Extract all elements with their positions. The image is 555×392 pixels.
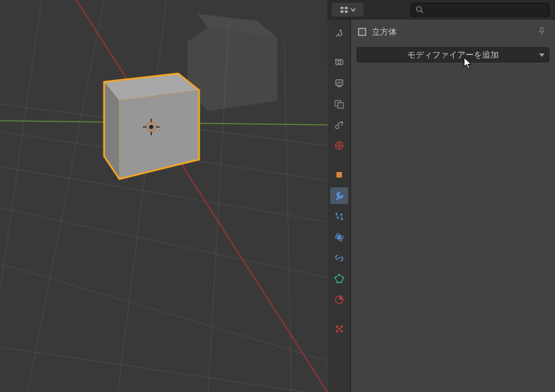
svg-marker-12 (187, 28, 278, 111)
tab-view-layer[interactable] (330, 96, 348, 112)
tab-render[interactable] (330, 54, 348, 71)
chevron-down-icon (350, 7, 356, 12)
svg-rect-30 (345, 10, 348, 12)
svg-rect-28 (345, 6, 348, 9)
tab-modifiers[interactable] (330, 187, 348, 204)
svg-rect-43 (336, 172, 342, 178)
svg-rect-58 (336, 325, 338, 327)
svg-marker-15 (119, 90, 199, 179)
svg-point-41 (341, 121, 343, 123)
svg-point-31 (417, 6, 422, 11)
svg-line-4 (0, 264, 327, 361)
svg-line-8 (118, 0, 166, 392)
properties-panel: 立方体 モディファイアーを追加 (327, 0, 555, 392)
viewport-scene (0, 0, 327, 392)
svg-point-53 (342, 277, 344, 279)
tab-object[interactable] (330, 167, 348, 183)
panel-header (327, 0, 555, 19)
svg-rect-39 (338, 103, 343, 108)
svg-rect-27 (341, 6, 343, 9)
svg-rect-59 (340, 325, 342, 327)
svg-rect-64 (359, 28, 366, 35)
cube-shadow (187, 14, 278, 111)
svg-point-22 (149, 125, 153, 129)
tab-world[interactable] (330, 137, 348, 154)
svg-point-35 (337, 60, 340, 63)
breadcrumb-object-name: 立方体 (372, 26, 397, 38)
svg-line-32 (421, 10, 423, 12)
svg-line-6 (0, 0, 42, 291)
svg-line-7 (28, 0, 104, 392)
svg-line-3 (0, 208, 327, 278)
breadcrumb: 立方体 (357, 24, 549, 40)
pin-icon (537, 26, 547, 36)
svg-rect-60 (338, 327, 340, 330)
mouse-cursor (463, 57, 473, 69)
svg-rect-29 (341, 10, 343, 12)
svg-point-52 (338, 274, 340, 276)
svg-line-2 (0, 167, 327, 222)
properties-content: 立方体 モディファイアーを追加 (351, 19, 555, 392)
tab-mesh[interactable] (330, 271, 348, 287)
mesh-icon (357, 26, 368, 37)
tab-constraints[interactable] (330, 250, 348, 266)
svg-point-55 (336, 282, 338, 284)
svg-rect-37 (337, 86, 341, 87)
svg-rect-34 (335, 59, 337, 60)
tab-tool[interactable] (330, 25, 348, 42)
properties-icon (339, 5, 349, 15)
search-input[interactable] (411, 3, 549, 17)
svg-point-56 (334, 277, 336, 279)
svg-rect-61 (336, 330, 338, 332)
tab-physics[interactable] (330, 229, 348, 246)
tab-texture[interactable] (330, 321, 348, 337)
tab-scene[interactable] (330, 117, 348, 133)
editor-type-selector[interactable] (332, 3, 364, 17)
viewport-3d[interactable] (0, 0, 327, 392)
tab-output[interactable] (330, 75, 348, 92)
pin-button[interactable] (536, 25, 548, 37)
svg-point-42 (335, 142, 343, 150)
add-modifier-dropdown[interactable]: モディファイアーを追加 (357, 47, 549, 62)
add-modifier-label: モディファイアーを追加 (407, 49, 499, 61)
svg-point-54 (340, 282, 342, 284)
svg-line-5 (0, 347, 305, 392)
svg-point-40 (335, 126, 339, 129)
tab-particles[interactable] (330, 208, 348, 225)
tab-material[interactable] (330, 291, 348, 308)
properties-tabs (327, 19, 351, 392)
svg-line-10 (284, 42, 291, 392)
search-icon (416, 6, 424, 14)
svg-rect-62 (340, 330, 342, 332)
